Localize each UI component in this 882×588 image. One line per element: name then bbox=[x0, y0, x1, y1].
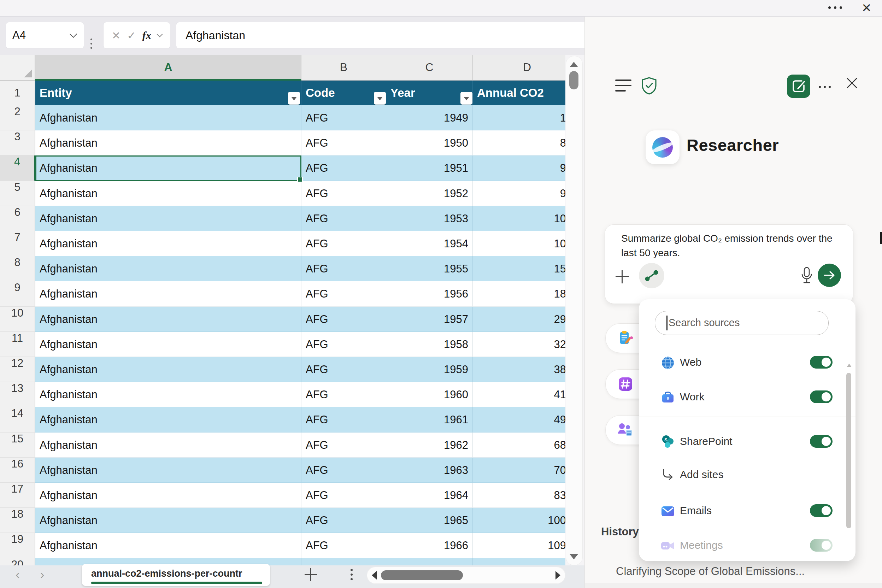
cell-entity[interactable]: Afghanistan bbox=[35, 432, 302, 458]
cell-year[interactable]: 1952 bbox=[386, 181, 473, 206]
edge-scroll-indicator[interactable] bbox=[880, 232, 882, 244]
dropdown-scrollbar[interactable] bbox=[846, 373, 851, 539]
cell-code[interactable]: AFG bbox=[302, 206, 386, 231]
search-input[interactable]: Search sources bbox=[655, 311, 829, 335]
cell-year[interactable]: 1960 bbox=[386, 382, 473, 407]
cell-code[interactable]: AFG bbox=[302, 357, 386, 382]
cell-entity[interactable]: Afghanistan bbox=[35, 407, 302, 432]
cell-annual-co2[interactable]: 839136 bbox=[473, 483, 566, 508]
row-number[interactable]: 7 bbox=[0, 231, 35, 256]
scroll-up-icon[interactable] bbox=[570, 62, 578, 67]
column-header-d[interactable]: D bbox=[473, 55, 566, 81]
toggle-switch[interactable] bbox=[810, 435, 832, 448]
scrollbar-thumb[interactable] bbox=[381, 570, 463, 580]
cell-entity[interactable]: Afghanistan bbox=[35, 382, 302, 407]
cell-code[interactable]: AFG bbox=[302, 105, 386, 130]
cell-annual-co2[interactable]: 689392 bbox=[473, 432, 566, 458]
panel-close-icon[interactable] bbox=[846, 76, 858, 91]
scroll-down-icon[interactable] bbox=[570, 554, 578, 560]
formula-bar-grip-icon[interactable] bbox=[90, 39, 92, 49]
vertical-scrollbar[interactable] bbox=[566, 56, 583, 566]
header-code[interactable]: Code bbox=[302, 81, 386, 105]
cell-entity[interactable]: Afghanistan bbox=[35, 508, 302, 533]
cell-code[interactable]: AFG bbox=[302, 231, 386, 256]
toggle-switch[interactable] bbox=[810, 539, 832, 552]
row-number[interactable]: 12 bbox=[0, 357, 35, 382]
cell-annual-co2[interactable]: 84272 bbox=[473, 130, 566, 156]
source-item-sharepoint[interactable]: SSharePoint bbox=[647, 429, 838, 454]
send-icon[interactable] bbox=[818, 264, 841, 287]
source-item-emails[interactable]: Emails bbox=[647, 498, 838, 524]
cell-year[interactable]: 1950 bbox=[386, 130, 473, 156]
cell-code[interactable]: AFG bbox=[302, 256, 386, 281]
toggle-switch[interactable] bbox=[810, 356, 832, 369]
cell-year[interactable]: 1962 bbox=[386, 432, 473, 458]
cell-code[interactable]: AFG bbox=[302, 458, 386, 483]
cell-year[interactable]: 1964 bbox=[386, 483, 473, 508]
sources-chip[interactable] bbox=[639, 263, 664, 288]
row-number[interactable]: 13 bbox=[0, 382, 35, 407]
cell-annual-co2[interactable]: 1007904 bbox=[473, 508, 566, 533]
shield-check-icon[interactable] bbox=[640, 76, 658, 96]
row-number[interactable]: 4 bbox=[0, 156, 35, 181]
cancel-icon[interactable]: ✕ bbox=[112, 29, 120, 42]
panel-more-icon[interactable] bbox=[819, 86, 831, 88]
window-close-icon[interactable]: ✕ bbox=[861, 1, 872, 15]
cell-year[interactable] bbox=[386, 558, 473, 566]
scroll-right-icon[interactable] bbox=[555, 571, 560, 579]
insert-function-icon[interactable]: fx bbox=[142, 29, 151, 41]
row-number[interactable]: 5 bbox=[0, 181, 35, 206]
cell-year[interactable]: 1954 bbox=[386, 231, 473, 256]
cell-year[interactable]: 1965 bbox=[386, 508, 473, 533]
scroll-left-icon[interactable] bbox=[372, 571, 376, 579]
cell-annual-co2[interactable]: 183024 bbox=[473, 281, 566, 306]
add-attachment-icon[interactable] bbox=[616, 270, 629, 284]
cell-year[interactable]: 1966 bbox=[386, 533, 473, 558]
cell-entity[interactable]: Afghanistan bbox=[35, 357, 302, 382]
filter-icon-entity[interactable] bbox=[288, 92, 300, 105]
cell-year[interactable]: 1961 bbox=[386, 407, 473, 432]
row-number[interactable]: 19 bbox=[0, 533, 35, 558]
enter-icon[interactable]: ✓ bbox=[127, 29, 136, 42]
cell-entity[interactable]: Afghanistan bbox=[35, 307, 302, 332]
column-header-a[interactable]: A bbox=[35, 55, 302, 81]
cell-year[interactable]: 1959 bbox=[386, 357, 473, 382]
fill-handle[interactable] bbox=[297, 177, 303, 182]
filter-icon-code[interactable] bbox=[374, 92, 386, 105]
cell-code[interactable]: AFG bbox=[302, 130, 386, 156]
scrollbar-thumb[interactable] bbox=[569, 71, 579, 89]
new-chat-icon[interactable] bbox=[787, 75, 810, 98]
microphone-icon[interactable] bbox=[800, 266, 813, 285]
source-item-web[interactable]: Web bbox=[647, 350, 838, 375]
select-all-corner[interactable] bbox=[0, 55, 35, 81]
add-sheet-icon[interactable] bbox=[304, 568, 317, 581]
column-header-c[interactable]: C bbox=[386, 55, 473, 81]
row-number[interactable]: 15 bbox=[0, 432, 35, 458]
column-header-b[interactable]: B bbox=[302, 55, 386, 81]
cell-year[interactable]: 1956 bbox=[386, 281, 473, 306]
chevron-down-icon[interactable] bbox=[70, 30, 77, 38]
toggle-switch[interactable] bbox=[810, 504, 832, 517]
row-number[interactable]: 14 bbox=[0, 407, 35, 432]
cell-annual-co2[interactable]: 491504 bbox=[473, 407, 566, 432]
row-number[interactable]: 3 bbox=[0, 130, 35, 156]
scroll-up-icon[interactable] bbox=[847, 364, 852, 367]
header-annual-co2[interactable]: Annual CO2 bbox=[473, 81, 566, 105]
toggle-switch[interactable] bbox=[810, 390, 832, 403]
cell-entity[interactable]: Afghanistan bbox=[35, 231, 302, 256]
prev-sheet-icon[interactable]: ‹ bbox=[15, 567, 20, 581]
row-number[interactable]: 2 bbox=[0, 105, 35, 130]
cell-entity[interactable]: Afghanistan bbox=[35, 256, 302, 281]
cell-entity[interactable]: Afghanistan bbox=[35, 281, 302, 306]
cell-code[interactable] bbox=[302, 558, 386, 566]
cell-annual-co2[interactable] bbox=[473, 558, 566, 566]
cell-entity[interactable]: Afghanistan bbox=[35, 181, 302, 206]
cell-entity[interactable]: Afghanistan bbox=[35, 105, 302, 130]
cell-code[interactable]: AFG bbox=[302, 432, 386, 458]
cell-entity[interactable]: Afghanistan bbox=[35, 533, 302, 558]
row-number[interactable]: 10 bbox=[0, 307, 35, 332]
cell-year[interactable]: 1953 bbox=[386, 206, 473, 231]
row-number[interactable]: 18 bbox=[0, 508, 35, 533]
row-number[interactable]: 9 bbox=[0, 281, 35, 306]
cell-code[interactable]: AFG bbox=[302, 156, 386, 181]
